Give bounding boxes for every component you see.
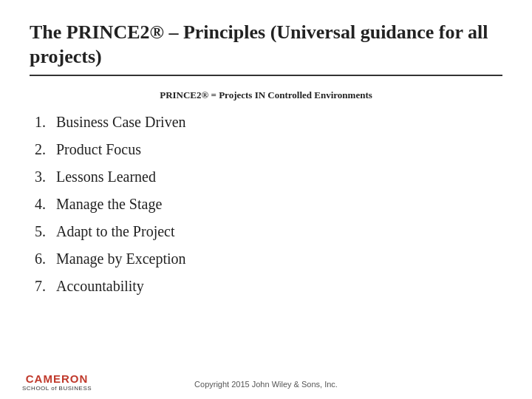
slide-title: The PRINCE2® – Principles (Universal gui… [30,21,502,69]
list-text-2: Product Focus [56,141,141,158]
list-container: 1.Business Case Driven2.Product Focus3.L… [30,109,502,384]
list-text-4: Manage the Stage [56,196,162,213]
slide-container: The PRINCE2® – Principles (Universal gui… [0,0,532,399]
list-number-7: 7. [30,278,56,295]
list-number-2: 2. [30,141,56,158]
list-text-1: Business Case Driven [56,114,186,131]
logo-school: SCHOOL of BUSINESS [22,385,92,392]
list-text-7: Accountability [56,278,144,295]
list-text-3: Lessons Learned [56,168,156,185]
list-number-4: 4. [30,196,56,213]
list-text-5: Adapt to the Project [56,223,175,240]
list-item: 7.Accountability [30,273,502,300]
list-item: 5.Adapt to the Project [30,218,502,245]
list-number-5: 5. [30,223,56,240]
list-item: 1.Business Case Driven [30,109,502,136]
footer-logo: CAMERON SCHOOL of BUSINESS [22,372,92,392]
list-item: 3.Lessons Learned [30,163,502,191]
list-number-6: 6. [30,250,56,267]
subtitle: PRINCE2® = Projects IN Controlled Enviro… [30,89,502,101]
logo-brand: CAMERON [26,372,89,385]
list-number-3: 3. [30,168,56,185]
list-number-1: 1. [30,114,56,131]
list-item: 4.Manage the Stage [30,191,502,218]
header-section: The PRINCE2® – Principles (Universal gui… [30,21,502,76]
list-item: 2.Product Focus [30,136,502,163]
list-text-6: Manage by Exception [56,250,186,267]
list-item: 6.Manage by Exception [30,245,502,273]
